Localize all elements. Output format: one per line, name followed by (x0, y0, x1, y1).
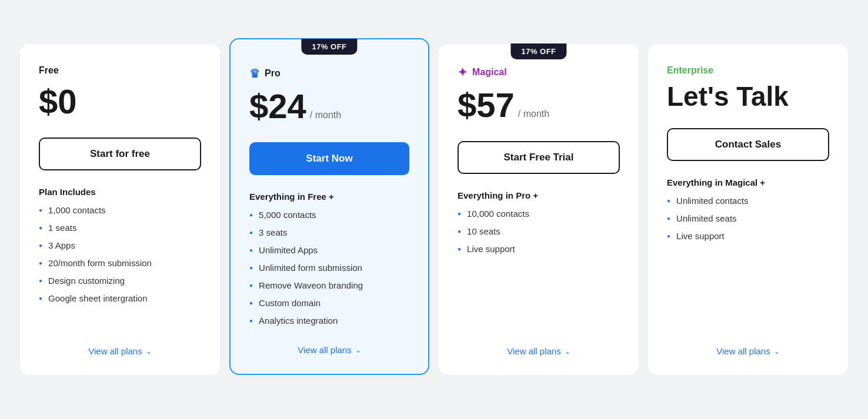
plan-cta-button[interactable]: Start Now (249, 142, 409, 175)
feature-item: Analytics integration (249, 316, 409, 326)
chevron-down-icon: ⌄ (774, 347, 780, 356)
plan-name: Free (39, 65, 201, 76)
plan-cta-button[interactable]: Contact Sales (667, 128, 829, 161)
feature-list: Unlimited contactsUnlimited seatsLive su… (667, 196, 829, 334)
feature-item: 20/month form submission (39, 258, 201, 268)
feature-item: 5,000 contacts (249, 210, 409, 220)
plan-name: ♛Pro (249, 66, 409, 81)
plan-price: $0 (39, 82, 77, 121)
crown-icon: ♛ (249, 66, 260, 81)
feature-list: 1,000 contacts1 seats3 Apps20/month form… (39, 205, 201, 334)
feature-list: 5,000 contacts3 seatsUnlimited AppsUnlim… (249, 210, 409, 333)
feature-item: Live support (667, 231, 829, 241)
plan-price-row: $24 / month (249, 86, 409, 126)
plan-includes-title: Plan Includes (39, 187, 201, 197)
star-icon: ✦ (458, 65, 468, 79)
plan-cta-button[interactable]: Start for free (39, 138, 201, 170)
feature-item: Unlimited seats (667, 213, 829, 223)
plan-card-free: Free $0 Start for freePlan Includes1,000… (20, 44, 220, 375)
plan-name: Enterprise (667, 65, 829, 76)
plans-container: Free $0 Start for freePlan Includes1,000… (12, 38, 856, 381)
plan-price-period: / month (518, 109, 549, 119)
chevron-down-icon: ⌄ (565, 347, 570, 356)
feature-item: Unlimited form submission (249, 263, 409, 273)
feature-item: 1,000 contacts (39, 205, 201, 215)
feature-item: Unlimited Apps (249, 245, 409, 255)
plan-card-enterprise: EnterpriseLet's TalkContact SalesEveryth… (648, 44, 848, 375)
view-all-plans[interactable]: View all plans ⌄ (249, 333, 409, 355)
plan-card-pro: 17% OFF♛Pro $24 / month Start NowEveryth… (229, 38, 429, 375)
feature-item: 1 seats (39, 223, 201, 233)
view-all-label: View all plans (88, 346, 142, 356)
plan-includes-title: Everything in Pro + (458, 190, 620, 200)
plan-includes-title: Everything in Free + (249, 192, 409, 202)
view-all-label: View all plans (507, 346, 560, 356)
view-all-plans[interactable]: View all plans ⌄ (667, 334, 829, 356)
plan-name: ✦Magical (458, 65, 620, 79)
feature-item: Remove Waveon branding (249, 280, 409, 290)
feature-item: Unlimited contacts (667, 196, 829, 206)
plan-price: $57 (458, 85, 515, 125)
plan-price-row: $57 / month (458, 85, 620, 125)
feature-item: 10 seats (458, 226, 620, 236)
plan-price-row: $0 (39, 82, 201, 121)
plan-price-period: / month (310, 110, 341, 120)
feature-item: Design customizing (39, 276, 201, 286)
view-all-plans[interactable]: View all plans ⌄ (39, 334, 201, 356)
discount-badge: 17% OFF (301, 39, 357, 55)
plan-price: $24 (249, 86, 306, 126)
feature-list: 10,000 contacts10 seatsLive support (458, 209, 620, 334)
view-all-plans[interactable]: View all plans ⌄ (458, 334, 620, 356)
plan-cta-button[interactable]: Start Free Trial (458, 141, 620, 174)
view-all-label: View all plans (716, 346, 770, 356)
chevron-down-icon: ⌄ (146, 347, 152, 356)
feature-item: Live support (458, 244, 620, 254)
view-all-label: View all plans (298, 345, 351, 355)
plan-includes-title: Everything in Magical + (667, 177, 829, 187)
discount-badge: 17% OFF (510, 43, 566, 59)
feature-item: 3 Apps (39, 240, 201, 250)
feature-item: Google sheet intergration (39, 293, 201, 303)
plan-price: Let's Talk (667, 82, 829, 112)
chevron-down-icon: ⌄ (355, 346, 361, 354)
feature-item: 3 seats (249, 227, 409, 237)
feature-item: Custom domain (249, 298, 409, 308)
plan-card-magical: 17% OFF✦Magical $57 / month Start Free T… (439, 44, 639, 375)
feature-item: 10,000 contacts (458, 209, 620, 219)
